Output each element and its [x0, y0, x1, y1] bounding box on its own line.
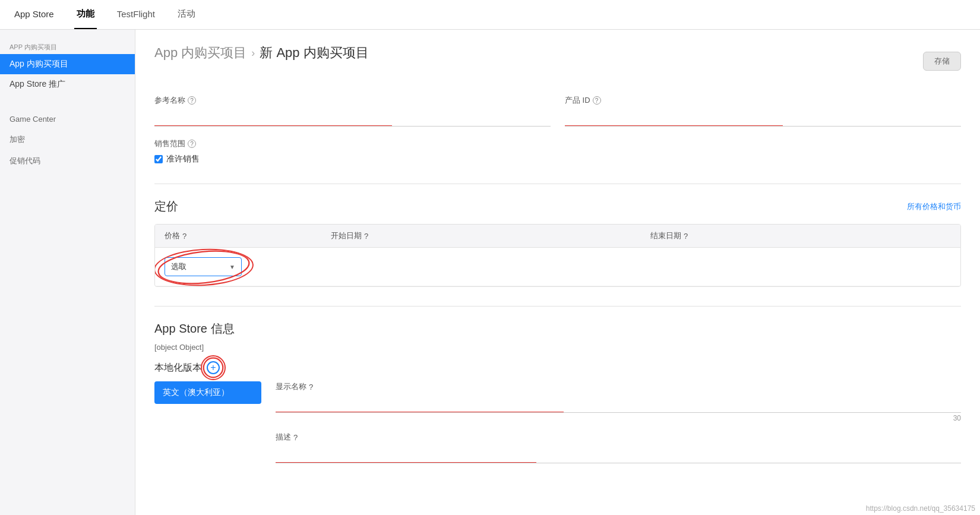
description-label: 描述 ?	[276, 432, 961, 443]
pricing-cell-start	[321, 254, 641, 280]
main-layout: APP 内购买项目 App 内购买项目 App Store 推广 Game Ce…	[0, 30, 980, 515]
col-start-date: 开始日期 ?	[321, 225, 641, 247]
divider-2	[154, 306, 961, 307]
description-help[interactable]: ?	[293, 433, 298, 442]
breadcrumb-current: 新 App 内购买项目	[260, 44, 368, 62]
product-id-help[interactable]: ?	[593, 96, 601, 105]
pricing-title: 定价	[154, 198, 178, 214]
breadcrumb-parent[interactable]: App 内购买项目	[154, 44, 246, 62]
col-price: 价格 ?	[155, 225, 321, 247]
localization-layout: 英文（澳大利亚） 显示名称 ? 30 描述	[154, 381, 961, 473]
localization-list: 英文（澳大利亚）	[154, 381, 261, 473]
nav-testflight[interactable]: TestFlight	[115, 1, 157, 29]
sidebar-group-encryption[interactable]: 加密	[0, 126, 135, 147]
sidebar-item-appstore-promo[interactable]: App Store 推广	[0, 74, 135, 94]
reference-name-help[interactable]: ?	[188, 96, 196, 105]
reference-name-input[interactable]	[154, 109, 551, 127]
pricing-section: 定价 所有价格和货币 价格 ? 开始日期 ? 结束日期 ?	[154, 198, 961, 287]
sales-allowed-label: 准许销售	[166, 154, 200, 165]
add-locale-btn-wrapper: +	[207, 361, 220, 374]
product-id-input[interactable]	[565, 109, 961, 127]
col-end-help[interactable]: ?	[684, 232, 688, 241]
top-nav: App Store 功能 TestFlight 活动	[0, 0, 980, 30]
nav-activity[interactable]: 活动	[175, 0, 198, 29]
col-start-help[interactable]: ?	[364, 232, 368, 241]
localization-title: 本地化版本	[154, 362, 202, 374]
display-name-label: 显示名称 ?	[276, 381, 961, 392]
appstore-info-section: App Store 信息 [object Object] 本地化版本 + 英文（…	[154, 321, 961, 473]
breadcrumb-arrow: ›	[251, 47, 255, 59]
pricing-table-row: 选取 ▼ 选取	[155, 248, 960, 286]
display-name-input[interactable]	[276, 396, 961, 413]
description-field: 描述 ?	[276, 432, 961, 463]
locale-item-english-au[interactable]: 英文（澳大利亚）	[154, 381, 261, 404]
sidebar-group-gamecenter[interactable]: Game Center	[0, 106, 135, 126]
sales-scope-label: 销售范围 ?	[154, 138, 961, 149]
sidebar-item-iap[interactable]: App 内购买项目	[0, 54, 135, 74]
price-select-wrapper: 选取 ▼ 选取	[165, 257, 242, 276]
divider-1	[154, 184, 961, 184]
form-row-names: 参考名称 ? 产品 ID ?	[154, 95, 961, 127]
display-name-charcount: 30	[276, 414, 961, 422]
nav-appstore[interactable]: App Store	[12, 1, 56, 29]
price-select[interactable]: 选取 ▼ 选取	[165, 257, 242, 276]
form-section-sales-scope: 销售范围 ? 准许销售	[154, 138, 961, 165]
sales-allowed-checkbox[interactable]	[154, 155, 163, 163]
save-button[interactable]: 存储	[923, 52, 961, 71]
col-price-help[interactable]: ?	[182, 232, 186, 241]
nav-features[interactable]: 功能	[74, 0, 97, 29]
pricing-table: 价格 ? 开始日期 ? 结束日期 ?	[154, 224, 961, 287]
form-group-reference-name: 参考名称 ?	[154, 95, 551, 127]
sidebar-group-promo-codes[interactable]: 促销代码	[0, 147, 135, 169]
main-content: App 内购买项目 › 新 App 内购买项目 存储 参考名称 ? 产品 ID …	[135, 30, 980, 515]
display-name-help[interactable]: ?	[309, 383, 313, 391]
sales-allowed-row: 准许销售	[154, 154, 961, 165]
pricing-title-row: 定价 所有价格和货币	[154, 198, 961, 214]
localization-title-row: 本地化版本 +	[154, 361, 961, 374]
footer-watermark: https://blog.csdn.net/qq_35634175	[866, 504, 975, 513]
pricing-cell-select: 选取 ▼ 选取	[155, 254, 321, 280]
sidebar: APP 内购买项目 App 内购买项目 App Store 推广 Game Ce…	[0, 30, 135, 515]
description-input[interactable]	[276, 446, 961, 463]
display-name-field: 显示名称 ? 30	[276, 381, 961, 422]
locale-form: 显示名称 ? 30 描述 ?	[261, 381, 961, 473]
appstore-info-title: App Store 信息	[154, 321, 961, 337]
col-end-date: 结束日期 ?	[641, 225, 960, 247]
appstore-info-description: [object Object]	[154, 343, 961, 352]
breadcrumb: App 内购买项目 › 新 App 内购买项目	[154, 44, 369, 62]
all-prices-link[interactable]: 所有价格和货币	[907, 201, 961, 212]
sales-scope-help[interactable]: ?	[188, 140, 196, 148]
pricing-cell-end	[641, 254, 960, 280]
add-locale-button[interactable]: +	[207, 361, 220, 374]
pricing-table-header: 价格 ? 开始日期 ? 结束日期 ?	[155, 225, 960, 248]
sidebar-section-label: APP 内购买项目	[0, 37, 135, 54]
product-id-label: 产品 ID ?	[565, 95, 961, 106]
form-group-product-id: 产品 ID ?	[565, 95, 961, 127]
reference-name-label: 参考名称 ?	[154, 95, 551, 106]
